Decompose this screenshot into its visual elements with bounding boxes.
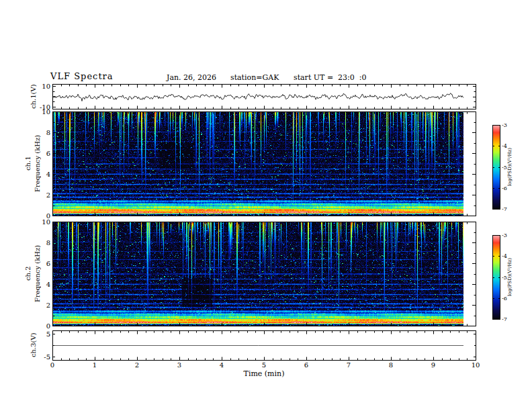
ch2-spectrogram-channel-label: ch.2	[24, 222, 32, 326]
colorbar-ch1-canvas	[492, 125, 500, 210]
start-ut-label: start UT = 23:0 :0	[294, 73, 367, 82]
colorbar-tick-label: -4	[502, 253, 507, 259]
time-tick-label: 8	[389, 361, 393, 369]
ch2-frequency-tick-label: 2	[46, 302, 50, 309]
ch1-frequency-tick-label: 6	[46, 150, 50, 157]
ch2-frequency-tick-label: 4	[46, 281, 50, 288]
time-tick-label: 9	[431, 361, 435, 369]
station-label: station=GAK	[230, 73, 279, 82]
ch2-frequency-tick-label: 6	[46, 260, 50, 267]
colorbar-ch2-canvas	[492, 235, 500, 320]
colorbar-tick-label: -6	[502, 295, 507, 301]
plot-date: Jan. 26, 2026	[167, 73, 216, 82]
colorbar-tick-label: -5	[502, 164, 507, 170]
time-tick-label: 6	[304, 361, 308, 369]
time-tick-label: 1	[93, 361, 97, 369]
ch1-spectrogram-channel-label: ch.1	[24, 111, 32, 216]
ch1-frequency-axis-label: Frequency (kHz)	[34, 111, 41, 216]
plot-title: VLF Spectra	[50, 71, 114, 81]
ch1-spectrogram-canvas	[52, 111, 476, 216]
time-axis-label: Time (min)	[244, 369, 285, 378]
ch1-voltage-tick-label: 10	[42, 83, 50, 90]
ch1-voltage-tick-label: -10	[40, 103, 50, 110]
ch2-frequency-tick-label: 0	[46, 322, 50, 330]
colorbar-ch2-label: log(PSD)(V²/Hz)	[507, 235, 513, 319]
ch1-voltage-axis-label: ch.1(V)	[30, 84, 37, 109]
ch1-frequency-tick-label: 2	[46, 191, 50, 199]
colorbar-tick-label: -5	[502, 274, 507, 280]
ch1-frequency-tick-label: 8	[46, 129, 50, 136]
colorbar-tick-label: -7	[502, 316, 507, 322]
ch2-frequency-tick-label: 10	[42, 218, 50, 226]
colorbar-tick-label: -3	[502, 122, 507, 128]
time-tick-label: 3	[177, 361, 181, 369]
time-tick-label: 0	[50, 361, 54, 369]
ch2-spectrogram-canvas	[52, 222, 476, 326]
ch2-frequency-axis-label: Frequency (kHz)	[34, 222, 41, 326]
colorbar-tick-label: -6	[502, 185, 507, 191]
ch3-voltage-tick-label: 5	[46, 330, 50, 338]
time-tick-label: 7	[347, 361, 351, 369]
vlf-spectra-plot: VLF Spectra Jan. 26, 2026 station=GAK st…	[0, 0, 532, 411]
ch3-voltage-tick-label: -5	[44, 353, 50, 360]
time-tick-label: 4	[220, 361, 224, 369]
ch3-waveform-canvas	[52, 330, 476, 361]
time-tick-label: 10	[472, 361, 480, 369]
ch3-voltage-axis-label: ch.3(V)	[30, 330, 37, 360]
time-tick-label: 5	[262, 361, 266, 369]
ch1-frequency-tick-label: 4	[46, 171, 50, 178]
colorbar-tick-label: -3	[502, 232, 507, 238]
colorbar-tick-label: -7	[502, 206, 507, 212]
ch1-waveform-canvas	[52, 84, 476, 109]
colorbar-tick-label: -4	[502, 143, 507, 149]
colorbar-ch1-label: log(PSD)(V²/Hz)	[507, 125, 513, 209]
time-tick-label: 2	[135, 361, 139, 369]
ch2-frequency-tick-label: 8	[46, 239, 50, 246]
